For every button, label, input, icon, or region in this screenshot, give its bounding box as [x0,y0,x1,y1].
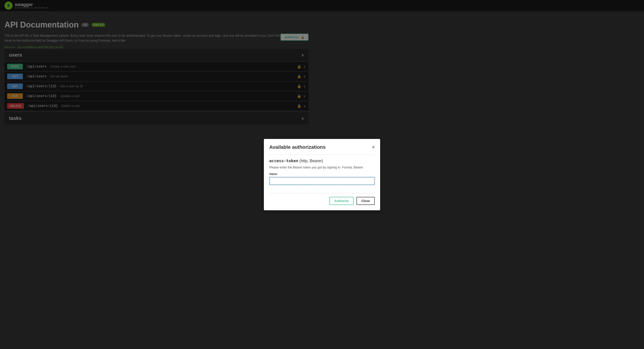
auth-modal: Available authorizations × access-token … [264,139,380,210]
modal-overlay[interactable]: Available authorizations × access-token … [0,0,644,349]
modal-auth-type-mono: access-token [269,158,298,163]
modal-value-label: Value: [269,172,375,176]
modal-title: Available authorizations [269,144,326,150]
modal-authorize-button[interactable]: Authorize [330,197,354,205]
modal-close-x-button[interactable]: × [372,145,375,150]
modal-actions: Authorize Close [269,197,375,205]
token-input[interactable] [269,177,375,185]
modal-auth-type-normal: (http, Bearer) [298,159,323,163]
modal-header: Available authorizations × [269,144,375,150]
modal-divider-bottom [269,193,375,193]
modal-divider-top [269,155,375,155]
modal-auth-type-title: access-token (http, Bearer) [269,158,375,163]
modal-auth-description: Please enter the Bearer token you got by… [269,166,375,169]
modal-close-button[interactable]: Close [356,197,375,205]
